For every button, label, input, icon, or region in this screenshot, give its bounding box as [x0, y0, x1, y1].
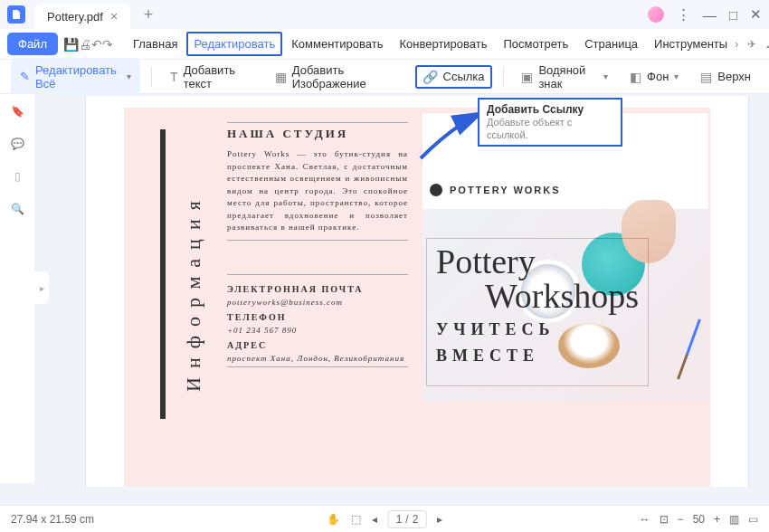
spine-decoration — [160, 129, 166, 419]
select-tool-icon[interactable]: ⬚ — [351, 513, 361, 526]
studio-block: НАША СТУДИЯ Pottery Works — это бутик-ст… — [227, 122, 408, 241]
header-button[interactable]: ▤Верхн — [693, 65, 758, 89]
read-mode-icon[interactable]: ▭ — [748, 513, 758, 526]
tab-convert[interactable]: Конвертировать — [392, 32, 494, 56]
left-sidebar: 🔖 💬 ▯ 🔍 — [0, 94, 34, 483]
page-content: Информация НАША СТУДИЯ Pottery Works — э… — [124, 108, 710, 487]
brush-decoration — [677, 319, 701, 380]
address-heading: АДРЕС — [227, 340, 408, 350]
print-icon[interactable]: 🖨 — [79, 33, 91, 56]
app-icon — [7, 5, 25, 24]
zoom-out-icon[interactable]: − — [678, 513, 684, 526]
layout-icon[interactable]: ▥ — [729, 513, 739, 526]
vertical-heading: Информация — [182, 157, 205, 428]
document-tab[interactable]: Pottery.pdf × — [34, 4, 130, 29]
watermark-button[interactable]: ▣Водяной знак▾ — [514, 59, 615, 95]
overlay-title-1: Pottery — [436, 244, 639, 279]
pencil-icon: ✎ — [20, 70, 30, 83]
page-indicator[interactable]: 1/2 — [388, 510, 427, 528]
zoom-level: 50 — [693, 513, 705, 526]
pottery-works-logo: POTTERY WORKS — [430, 184, 561, 196]
add-text-button[interactable]: TДобавить текст — [163, 59, 261, 95]
fit-page-icon[interactable]: ⊡ — [660, 513, 669, 526]
chevron-right-icon[interactable]: › — [735, 38, 738, 51]
page-dimensions: 27.94 x 21.59 cm — [11, 513, 94, 526]
prev-page-icon[interactable]: ◂ — [372, 513, 377, 526]
header-icon: ▤ — [700, 70, 712, 84]
zoom-in-icon[interactable]: + — [714, 513, 720, 526]
cloud-icon[interactable]: ☁ — [765, 38, 769, 51]
tab-edit[interactable]: Редактировать — [186, 32, 282, 56]
tab-page[interactable]: Страница — [577, 32, 645, 56]
edit-all-button[interactable]: ✎ Редактировать Всё ▾ — [11, 58, 140, 96]
kebab-menu-icon[interactable]: ⋮ — [677, 6, 690, 23]
titlebar: Pottery.pdf × + ⋮ — □ ✕ — [0, 0, 769, 29]
search-icon[interactable]: 🔍 — [11, 203, 24, 215]
address-value: проспект Хана, Лондон, Великобритания — [227, 354, 408, 363]
email-heading: ЭЛЕКТРОННАЯ ПОЧТА — [227, 284, 408, 294]
chevron-down-icon: ▾ — [127, 71, 131, 81]
text-icon: T — [170, 70, 178, 84]
overlay-sub-1: УЧИТЕСЬ — [436, 320, 639, 339]
background-button[interactable]: ◧Фон▾ — [622, 65, 686, 89]
save-icon[interactable]: 💾 — [63, 33, 79, 56]
separator — [503, 67, 504, 87]
logo-dot-icon — [430, 184, 442, 196]
statusbar: 27.94 x 21.59 cm ✋ ⬚ ◂ 1/2 ▸ ↔ ⊡ − 50 + … — [0, 505, 769, 532]
studio-title: НАША СТУДИЯ — [227, 123, 408, 148]
tooltip-desc: Добавьте объект с ссылкой. — [487, 117, 572, 140]
fit-width-icon[interactable]: ↔ — [640, 513, 650, 526]
minimize-icon[interactable]: — — [703, 7, 717, 23]
maximize-icon[interactable]: □ — [729, 7, 737, 23]
overlay-title-2: Workshops — [436, 279, 639, 313]
user-avatar[interactable] — [648, 6, 664, 23]
comment-icon[interactable]: 💬 — [11, 138, 24, 150]
image-icon: ▦ — [275, 70, 287, 84]
panel-icon[interactable]: ▯ — [14, 170, 21, 183]
phone-heading: ТЕЛЕФОН — [227, 312, 408, 322]
bookmark-icon[interactable]: 🔖 — [11, 105, 24, 118]
email-value: potteryworks@business.com — [227, 298, 408, 307]
contact-block: ЭЛЕКТРОННАЯ ПОЧТА potteryworks@business.… — [227, 274, 408, 367]
next-page-icon[interactable]: ▸ — [437, 513, 442, 526]
link-button[interactable]: 🔗Ссылка — [415, 65, 492, 89]
phone-value: +01 234 567 890 — [227, 326, 408, 335]
separator — [151, 67, 152, 87]
menubar: Файл 💾 🖨 ↶ ↷ Главная Редактировать Комме… — [0, 29, 769, 60]
ribbon-tabs: Главная Редактировать Комментировать Кон… — [126, 32, 735, 56]
overlay-sub-2: ВМЕСТЕ — [436, 347, 639, 366]
studio-body: Pottery Works — это бутик-студия на прос… — [227, 148, 408, 240]
tab-comment[interactable]: Комментировать — [284, 32, 390, 56]
link-tooltip: Добавить Ссылку Добавьте объект с ссылко… — [478, 98, 622, 147]
hand-tool-icon[interactable]: ✋ — [327, 513, 340, 526]
document-canvas[interactable]: Информация НАША СТУДИЯ Pottery Works — э… — [45, 96, 764, 487]
send-icon[interactable]: ✈ — [747, 38, 756, 51]
tab-tools[interactable]: Инструменты — [647, 32, 735, 56]
logo-text: POTTERY WORKS — [450, 185, 561, 195]
background-icon: ◧ — [630, 70, 641, 84]
tab-filename: Pottery.pdf — [47, 10, 103, 24]
add-image-button[interactable]: ▦Добавить Изображение — [268, 59, 408, 95]
tab-close-icon[interactable]: × — [110, 9, 118, 24]
tab-view[interactable]: Посмотреть — [497, 32, 576, 56]
close-icon[interactable]: ✕ — [750, 6, 762, 23]
title-overlay: Pottery Workshops УЧИТЕСЬ ВМЕСТЕ — [426, 238, 649, 386]
edit-all-label: Редактировать Всё — [35, 63, 121, 90]
watermark-icon: ▣ — [521, 70, 533, 84]
undo-icon[interactable]: ↶ — [91, 33, 102, 56]
link-icon: 🔗 — [422, 70, 438, 84]
edit-toolbar: ✎ Редактировать Всё ▾ TДобавить текст ▦Д… — [0, 60, 769, 94]
new-tab-button[interactable]: + — [138, 4, 159, 25]
file-menu[interactable]: Файл — [7, 33, 58, 55]
tooltip-title: Добавить Ссылку — [487, 103, 613, 116]
tab-home[interactable]: Главная — [126, 32, 185, 56]
redo-icon[interactable]: ↷ — [102, 33, 113, 56]
